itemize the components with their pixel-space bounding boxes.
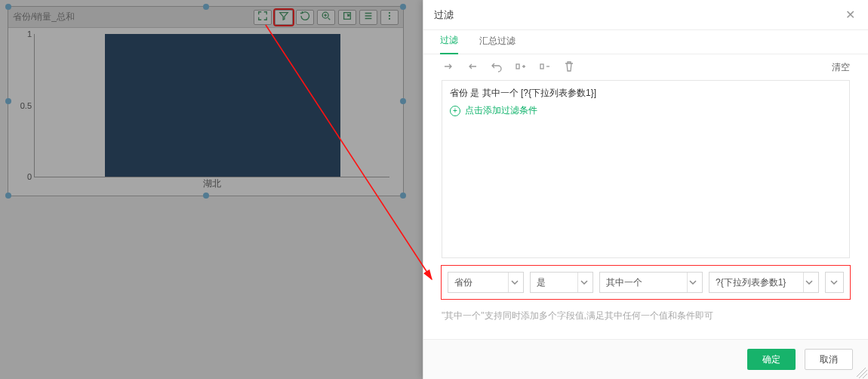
tab-summary-filter[interactable]: 汇总过滤 (479, 35, 516, 54)
remove-sibling-button[interactable] (538, 60, 552, 74)
indent-right-button[interactable] (442, 60, 455, 74)
svg-rect-5 (540, 64, 543, 69)
close-button[interactable]: ✕ (842, 8, 857, 23)
chevron-down-icon (508, 273, 520, 292)
filter-condition-list: 省份 是 其中一个 [?{下拉列表参数1}] + 点击添加过滤条件 (442, 80, 850, 258)
tab-filter[interactable]: 过滤 (440, 34, 458, 54)
value-select[interactable]: ?{下拉列表参数1} (709, 272, 819, 293)
field-select[interactable]: 省份 (448, 272, 524, 293)
filter-panel: 过滤 ✕ 过滤 汇总过滤 清空 省份 是 其中一个 [?{下拉列表参数1}] +… (423, 0, 868, 379)
undo-icon (491, 60, 503, 75)
chevron-down-icon (826, 273, 843, 292)
add-filter-condition[interactable]: + 点击添加过滤条件 (450, 104, 842, 117)
cancel-button[interactable]: 取消 (805, 349, 853, 370)
match-select[interactable]: 其中一个 (599, 272, 703, 293)
arrow-right-icon (442, 60, 454, 75)
add-sibling-button[interactable] (514, 60, 528, 74)
hint-text: "其中一个"支持同时添加多个字段值,满足其中任何一个值和条件即可 (442, 310, 850, 322)
panel-tabs: 过滤 汇总过滤 (423, 30, 868, 54)
panel-header: 过滤 ✕ (423, 0, 868, 30)
indent-left-button[interactable] (466, 60, 479, 74)
undo-button[interactable] (490, 60, 503, 74)
operator-select[interactable]: 是 (530, 272, 593, 293)
chevron-down-icon (577, 273, 589, 292)
remove-node-icon (539, 60, 551, 75)
trash-icon (563, 60, 575, 75)
match-select-value: 其中一个 (606, 276, 642, 289)
plus-circle-icon: + (450, 106, 460, 116)
resize-grip[interactable] (857, 368, 867, 378)
add-filter-label: 点击添加过滤条件 (465, 104, 537, 117)
clear-button[interactable]: 清空 (832, 61, 850, 74)
panel-footer: 确定 取消 (423, 339, 868, 379)
panel-toolbar: 清空 (423, 54, 868, 80)
filter-builder-row: 省份 是 其中一个 ?{下拉列表参数1} (442, 266, 850, 299)
delete-button[interactable] (562, 60, 576, 74)
field-select-value: 省份 (454, 276, 472, 289)
filter-condition-row[interactable]: 省份 是 其中一个 [?{下拉列表参数1}] (450, 87, 842, 100)
value-select-value: ?{下拉列表参数1} (716, 276, 786, 289)
chevron-down-icon (687, 273, 699, 292)
value-picker-button[interactable] (825, 272, 844, 293)
ok-button[interactable]: 确定 (747, 349, 796, 370)
operator-select-value: 是 (537, 276, 546, 289)
arrow-left-icon (466, 60, 479, 75)
panel-title: 过滤 (434, 8, 454, 22)
add-node-icon (515, 60, 527, 75)
chevron-down-icon (803, 273, 815, 292)
close-icon: ✕ (845, 8, 855, 22)
svg-rect-4 (516, 64, 519, 69)
